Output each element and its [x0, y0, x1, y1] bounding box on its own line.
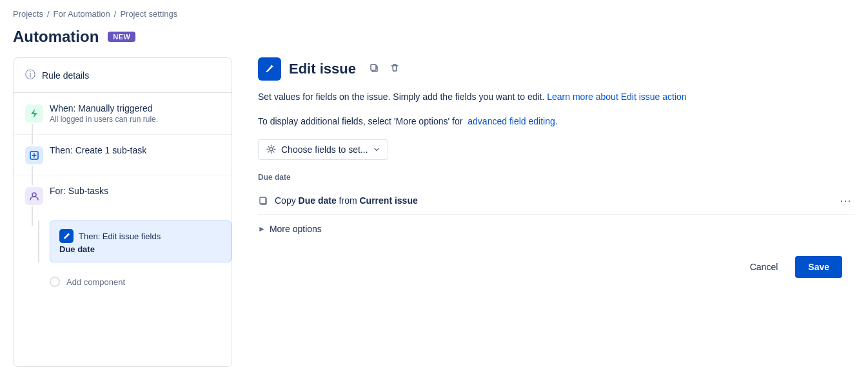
new-badge: NEW — [108, 32, 135, 42]
add-component-circle — [50, 277, 60, 287]
then-create-item[interactable]: Then: Create 1 sub-task — [14, 135, 232, 175]
more-options-row[interactable]: ► More options — [258, 221, 322, 237]
then-create-title: Then: Create 1 sub-task — [50, 145, 220, 155]
edit-issue-icon-box — [258, 57, 281, 81]
cancel-button[interactable]: Cancel — [739, 256, 789, 278]
chevron-right-icon: ► — [258, 224, 266, 233]
description-block: Set values for fields on the issue. Simp… — [258, 90, 855, 104]
page-title: Automation — [13, 28, 99, 46]
svg-point-4 — [270, 148, 273, 151]
pencil-icon — [63, 232, 71, 241]
rule-details-row[interactable]: ⓘ Rule details — [14, 58, 232, 93]
when-icon-wrapper — [25, 104, 43, 123]
then-edit-item[interactable]: Then: Edit issue fields Due date — [50, 221, 232, 262]
sub-item-then-edit: Then: Edit issue fields Due date — [38, 221, 232, 262]
copy-icon — [369, 63, 379, 73]
due-date-field-row: Copy Due date from Current issue ⋯ — [258, 187, 855, 215]
svg-rect-3 — [371, 64, 376, 70]
edit-issue-actions — [366, 61, 402, 77]
copy-issue-button[interactable] — [366, 61, 382, 77]
when-subtitle: All logged in users can run rule. — [50, 115, 220, 124]
for-icon-wrapper — [25, 187, 43, 205]
then-edit-subtitle: Due date — [59, 244, 222, 254]
svg-rect-6 — [260, 197, 266, 204]
learn-more-link[interactable]: Learn more about Edit issue action — [547, 92, 686, 102]
then-create-text-block: Then: Create 1 sub-task — [50, 145, 220, 155]
description-text1: Set values for fields on the issue. Simp… — [258, 92, 544, 102]
breadcrumb-projects[interactable]: Projects — [13, 9, 43, 19]
choose-fields-button[interactable]: Choose fields to set... — [258, 139, 388, 160]
delete-issue-button[interactable] — [387, 61, 402, 77]
then-edit-header: Then: Edit issue fields — [59, 229, 222, 243]
then-edit-title: Then: Edit issue fields — [79, 231, 161, 241]
when-text-block: When: Manually triggered All logged in u… — [50, 103, 220, 124]
breadcrumb-sep2: / — [114, 9, 117, 19]
field-row-text: Copy Due date from Current issue — [275, 195, 829, 206]
left-panel: ⓘ Rule details When: Manually triggered … — [13, 57, 232, 367]
for-text-block: For: Sub-tasks — [50, 186, 220, 196]
breadcrumb-for-automation[interactable]: For Automation — [54, 9, 110, 19]
due-date-label: Due date — [258, 173, 855, 182]
page-header: Automation NEW — [0, 23, 868, 57]
svg-point-1 — [32, 193, 36, 197]
for-title: For: Sub-tasks — [50, 186, 220, 196]
more-options-label: More options — [270, 224, 322, 234]
edit-issue-header: Edit issue — [258, 57, 855, 81]
chevron-down-icon — [373, 146, 380, 153]
due-date-section: Due date Copy Due date from Current issu… — [258, 173, 855, 215]
description-block2: To display additional fields, select 'Mo… — [258, 114, 855, 128]
right-panel: Edit issue Set values for fields on the … — [232, 57, 855, 367]
then-create-icon-wrapper — [25, 146, 43, 164]
save-button[interactable]: Save — [795, 256, 842, 278]
for-subtasks-item[interactable]: For: Sub-tasks — [14, 175, 232, 215]
subtask-icon — [29, 150, 39, 161]
breadcrumb-sep1: / — [47, 9, 50, 19]
when-title: When: Manually triggered — [50, 103, 220, 113]
trash-icon — [390, 63, 400, 73]
edit-pencil-icon — [264, 63, 275, 75]
field-more-button[interactable]: ⋯ — [836, 192, 855, 209]
advanced-field-link[interactable]: advanced field editing. — [468, 116, 557, 126]
rule-details-label: Rule details — [42, 70, 89, 81]
gear-icon — [266, 144, 276, 154]
lightning-icon — [29, 108, 39, 119]
choose-fields-label: Choose fields to set... — [281, 144, 368, 155]
edit-issue-title: Edit issue — [289, 61, 356, 77]
when-item[interactable]: When: Manually triggered All logged in u… — [14, 93, 232, 135]
main-layout: ⓘ Rule details When: Manually triggered … — [0, 57, 868, 367]
field-copy-icon — [258, 195, 268, 206]
edit-icon-box — [59, 229, 74, 243]
breadcrumb-project-settings[interactable]: Project settings — [120, 9, 177, 19]
action-buttons: Cancel Save — [258, 256, 855, 278]
info-icon: ⓘ — [25, 68, 35, 82]
breadcrumb: Projects / For Automation / Project sett… — [0, 0, 868, 23]
add-component-label: Add component — [66, 277, 125, 287]
sub-items: Then: Edit issue fields Due date — [14, 215, 232, 268]
description-text2: To display additional fields, select 'Mo… — [258, 116, 462, 126]
add-component-row[interactable]: Add component — [14, 268, 232, 296]
for-icon — [29, 191, 39, 201]
